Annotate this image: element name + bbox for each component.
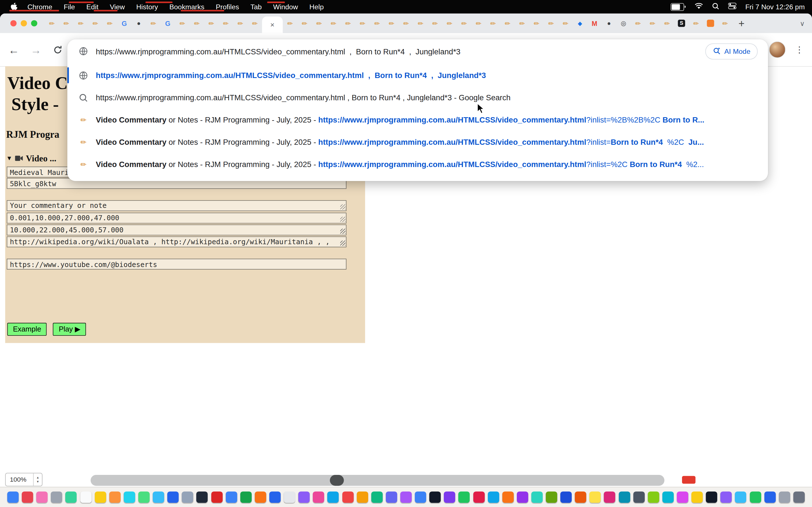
browser-tab[interactable]: ✏ (218, 15, 233, 32)
dock-app-icon[interactable] (94, 492, 106, 503)
dock-app-icon[interactable] (167, 492, 179, 503)
dock-app-icon[interactable] (80, 492, 91, 503)
browser-tab[interactable]: ✏ (45, 15, 59, 32)
dock-app-icon[interactable] (211, 492, 222, 503)
spotlight-search-icon[interactable] (712, 2, 719, 11)
menu-item[interactable]: Chrome (22, 3, 58, 11)
dock-app-icon[interactable] (225, 492, 237, 503)
dock-app-icon[interactable] (357, 492, 368, 503)
menu-item[interactable]: Profiles (210, 3, 245, 11)
active-tab[interactable]: × (262, 17, 283, 33)
browser-tab[interactable]: ✏ (718, 15, 732, 32)
dock-app-icon[interactable] (590, 492, 601, 503)
dock-app-icon[interactable] (415, 492, 426, 503)
battery-icon[interactable] (671, 3, 686, 11)
forward-button[interactable]: → (31, 44, 42, 55)
dock-app-icon[interactable] (269, 492, 281, 503)
ai-mode-button[interactable]: AI Mode (705, 43, 758, 59)
browser-tab[interactable]: ✏ (631, 15, 645, 32)
browser-tab[interactable]: ✏ (689, 15, 703, 32)
dock-app-icon[interactable] (327, 492, 339, 503)
zoom-widget[interactable]: 100% ▴ ▾ (5, 473, 42, 487)
dock-app-icon[interactable] (575, 492, 586, 503)
dock-app-icon[interactable] (109, 492, 120, 503)
dock-app-icon[interactable] (735, 492, 746, 503)
dock-app-icon[interactable] (706, 492, 717, 503)
dock-app-icon[interactable] (386, 492, 397, 503)
browser-tab[interactable]: ✏ (428, 15, 442, 32)
zoom-stepper[interactable]: ▴ ▾ (33, 473, 42, 486)
dock-app-icon[interactable] (313, 492, 324, 503)
browser-tab[interactable]: ✏ (88, 15, 102, 32)
address-bar[interactable]: https://www.rjmprogramming.com.au/HTMLCS… (67, 40, 768, 63)
browser-tab[interactable]: ✏ (515, 15, 529, 32)
browser-tab[interactable]: ✏ (457, 15, 471, 32)
dock-app-icon[interactable] (473, 492, 485, 503)
dock-app-icon[interactable] (750, 492, 761, 503)
control-center-icon[interactable] (728, 3, 737, 11)
scrollbar-thumb[interactable] (330, 475, 344, 486)
browser-tab[interactable]: ✏ (529, 15, 544, 32)
dock-app-icon[interactable] (764, 492, 775, 503)
minimize-window-button[interactable] (20, 20, 27, 26)
dock-app-icon[interactable] (22, 492, 33, 503)
example-button[interactable]: Example (7, 323, 47, 336)
browser-tab[interactable]: ◎ (616, 15, 631, 32)
browser-tab[interactable]: M (587, 15, 602, 32)
browser-tab[interactable]: ✏ (233, 15, 248, 32)
dock-app-icon[interactable] (502, 492, 513, 503)
dock-app-icon[interactable] (240, 492, 252, 503)
menu-item[interactable]: Bookmarks (164, 3, 210, 11)
commentary-textarea[interactable]: Your commentary or note (7, 200, 347, 211)
end-times-textarea[interactable]: 10.000,22.000,45.000,57.000 (7, 224, 347, 235)
browser-tab[interactable]: ✏ (73, 15, 88, 32)
reload-button[interactable] (53, 45, 63, 55)
dock-app-icon[interactable] (531, 492, 543, 503)
browser-tab[interactable]: ✏ (471, 15, 486, 32)
tab-search-chevron-icon[interactable]: ∨ (800, 19, 805, 27)
horizontal-scrollbar[interactable] (91, 475, 664, 486)
close-tab-icon[interactable]: × (270, 21, 274, 29)
channel-url-input[interactable] (7, 259, 347, 270)
dock-app-icon[interactable] (794, 492, 805, 503)
browser-tab[interactable]: ✏ (326, 15, 341, 32)
dock-app-icon[interactable] (371, 492, 382, 503)
dock-app-icon[interactable] (517, 492, 528, 503)
dock-app-icon[interactable] (342, 492, 353, 503)
resize-grip-icon[interactable] (340, 240, 345, 245)
dock-app-icon[interactable] (560, 492, 572, 503)
url-input[interactable]: https://www.rjmprogramming.com.au/HTMLCS… (96, 47, 705, 55)
browser-tab[interactable]: ✏ (442, 15, 457, 32)
browser-tab[interactable]: ● (132, 15, 146, 32)
browser-tab[interactable]: ✏ (297, 15, 312, 32)
dock-app-icon[interactable] (51, 492, 62, 503)
zoom-window-button[interactable] (31, 20, 37, 26)
dock-app-icon[interactable] (546, 492, 557, 503)
wifi-icon[interactable] (695, 3, 703, 11)
browser-tab[interactable]: ✏ (558, 15, 573, 32)
resize-grip-icon[interactable] (340, 217, 345, 222)
browser-tab[interactable]: ✏ (312, 15, 326, 32)
browser-menu-button[interactable]: ⋮ (795, 44, 804, 55)
dock-app-icon[interactable] (284, 492, 295, 503)
dock-app-icon[interactable] (255, 492, 266, 503)
browser-tab[interactable]: ✏ (248, 15, 262, 32)
dock-app-icon[interactable] (779, 492, 790, 503)
browser-tab[interactable]: ✏ (384, 15, 399, 32)
browser-tab[interactable]: ◆ (573, 15, 587, 32)
browser-tab[interactable]: ✏ (544, 15, 558, 32)
suggestion-row[interactable]: https://www.rjmprogramming.com.au/HTMLCS… (67, 87, 768, 109)
dock-app-icon[interactable] (633, 492, 645, 503)
browser-tab[interactable]: ✏ (283, 15, 297, 32)
back-button[interactable]: ← (8, 44, 19, 55)
play-button[interactable]: Play ▶ (53, 323, 86, 336)
browser-tab[interactable]: ✏ (399, 15, 413, 32)
menu-item[interactable]: File (58, 3, 81, 11)
dock-app-icon[interactable] (458, 492, 470, 503)
dock-app-icon[interactable] (488, 492, 499, 503)
zoom-step-down-icon[interactable]: ▾ (37, 480, 39, 484)
resize-grip-icon[interactable] (340, 229, 345, 234)
browser-tab[interactable]: ✏ (190, 15, 204, 32)
browser-tab[interactable]: G (160, 15, 175, 32)
browser-tab[interactable]: S (674, 15, 689, 32)
